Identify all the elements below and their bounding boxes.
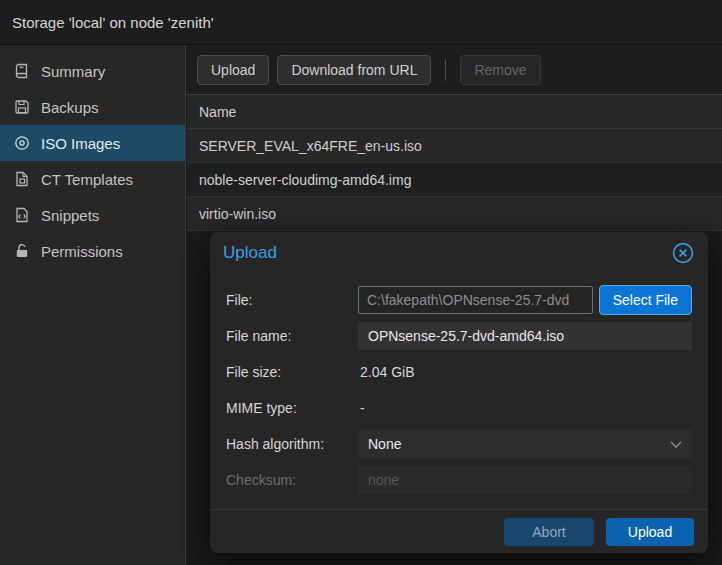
mime-type-row: MIME type: - [218, 394, 692, 422]
unlock-icon [14, 243, 30, 259]
sidebar-item-label: Backups [41, 99, 99, 116]
table-row[interactable]: SERVER_EVAL_x64FRE_en-us.iso [187, 129, 722, 163]
hash-algorithm-value: None [368, 436, 401, 452]
sidebar-item-summary[interactable]: Summary [0, 53, 185, 89]
file-path-input[interactable] [358, 286, 593, 314]
sidebar-item-permissions[interactable]: Permissions [0, 233, 185, 269]
download-from-url-button[interactable]: Download from URL [277, 55, 431, 85]
book-icon [14, 63, 30, 79]
table-row[interactable]: noble-server-cloudimg-amd64.img [187, 163, 722, 197]
checksum-row: Checksum: [218, 466, 692, 494]
sidebar-item-ct-templates[interactable]: CT Templates [0, 161, 185, 197]
hash-algorithm-row: Hash algorithm: None [218, 430, 692, 458]
file-code-icon [14, 207, 30, 223]
toolbar: Upload Download from URL Remove [187, 45, 722, 95]
sidebar-item-label: Snippets [41, 207, 99, 224]
upload-button[interactable]: Upload [197, 55, 269, 85]
select-file-button[interactable]: Select File [599, 285, 692, 315]
dialog-upload-button[interactable]: Upload [606, 518, 694, 546]
file-name-label: File name: [218, 328, 358, 344]
sidebar-item-backups[interactable]: Backups [0, 89, 185, 125]
checksum-input[interactable] [358, 466, 692, 494]
chevron-down-icon [670, 441, 682, 448]
sidebar-item-label: CT Templates [41, 171, 133, 188]
table-column-header-name[interactable]: Name [187, 95, 722, 129]
hash-algorithm-select[interactable]: None [358, 430, 692, 458]
disc-icon [14, 135, 30, 151]
hash-algorithm-label: Hash algorithm: [218, 436, 358, 452]
file-size-label: File size: [218, 364, 358, 380]
remove-button[interactable]: Remove [460, 55, 540, 85]
dialog-header[interactable]: Upload [210, 232, 708, 274]
mime-type-label: MIME type: [218, 400, 358, 416]
close-icon[interactable] [671, 241, 695, 265]
file-row: File: Select File [218, 286, 692, 314]
checksum-label: Checksum: [218, 472, 358, 488]
sidebar: Summary Backups ISO Images CT Templates … [0, 45, 186, 565]
dialog-body: File: Select File File name: OPNsense-25… [210, 274, 708, 494]
page-title: Storage 'local' on node 'zenith' [12, 14, 214, 31]
sidebar-item-label: Summary [41, 63, 105, 80]
toolbar-separator [445, 59, 446, 81]
dialog-footer: Abort Upload [210, 509, 708, 553]
dialog-title: Upload [223, 243, 277, 263]
file-size-row: File size: 2.04 GiB [218, 358, 692, 386]
file-template-icon [14, 171, 30, 187]
file-name-row: File name: OPNsense-25.7-dvd-amd64.iso [218, 322, 692, 350]
sidebar-item-iso-images[interactable]: ISO Images [0, 125, 185, 161]
file-size-value: 2.04 GiB [358, 364, 414, 380]
mime-type-value: - [358, 400, 365, 416]
abort-button[interactable]: Abort [504, 518, 594, 546]
sidebar-item-snippets[interactable]: Snippets [0, 197, 185, 233]
sidebar-item-label: Permissions [41, 243, 123, 260]
file-name-value: OPNsense-25.7-dvd-amd64.iso [358, 322, 692, 350]
window-title-bar: Storage 'local' on node 'zenith' [0, 0, 722, 45]
file-label: File: [218, 292, 358, 308]
table-row[interactable]: virtio-win.iso [187, 197, 722, 231]
floppy-icon [14, 99, 30, 115]
sidebar-item-label: ISO Images [41, 135, 120, 152]
upload-dialog: Upload File: Select File File name: OPNs… [210, 232, 708, 553]
